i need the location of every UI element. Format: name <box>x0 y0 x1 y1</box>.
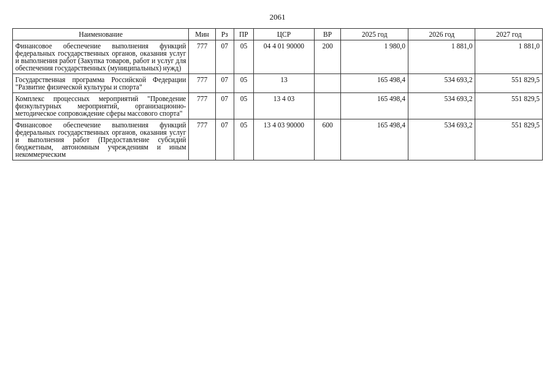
header-pr: ПР <box>234 29 253 40</box>
cell-name-3: Финансовое обеспечение выполнения функци… <box>13 119 189 160</box>
table-row: Финансовое обеспечение выполнения функци… <box>13 119 543 160</box>
table-row: Финансовое обеспечение выполнения функци… <box>13 40 543 74</box>
cell-csr-1: 13 <box>254 74 315 93</box>
cell-csr-0: 04 4 01 90000 <box>254 40 315 74</box>
cell-y2026-2: 534 693,2 <box>408 93 475 119</box>
cell-y2027-3: 551 829,5 <box>475 119 543 160</box>
cell-y2027-0: 1 881,0 <box>475 40 543 74</box>
cell-name-0: Финансовое обеспечение выполнения функци… <box>13 40 189 74</box>
header-min: Мин <box>189 29 215 40</box>
header-2026: 2026 год <box>408 29 475 40</box>
cell-vr-1 <box>314 74 341 93</box>
cell-y2025-1: 165 498,4 <box>341 74 408 93</box>
header-csr: ЦСР <box>254 29 315 40</box>
cell-vr-0: 200 <box>314 40 341 74</box>
cell-name-1: Государственная программа Российской Фед… <box>13 74 189 93</box>
cell-y2025-2: 165 498,4 <box>341 93 408 119</box>
table-row: Государственная программа Российской Фед… <box>13 74 543 93</box>
cell-y2025-3: 165 498,4 <box>341 119 408 160</box>
cell-min-1: 777 <box>189 74 215 93</box>
cell-vr-3: 600 <box>314 119 341 160</box>
cell-min-0: 777 <box>189 40 215 74</box>
header-2027: 2027 год <box>475 29 543 40</box>
header-vr: ВР <box>314 29 341 40</box>
header-rz: Рз <box>215 29 234 40</box>
cell-y2026-1: 534 693,2 <box>408 74 475 93</box>
table-row: Комплекс процессных мероприятий "Проведе… <box>13 93 543 119</box>
header-2025: 2025 год <box>341 29 408 40</box>
cell-pr-3: 05 <box>234 119 253 160</box>
cell-min-3: 777 <box>189 119 215 160</box>
cell-y2025-0: 1 980,0 <box>341 40 408 74</box>
cell-rz-1: 07 <box>215 74 234 93</box>
cell-y2027-2: 551 829,5 <box>475 93 543 119</box>
cell-rz-3: 07 <box>215 119 234 160</box>
page-number: 2061 <box>12 12 543 22</box>
cell-csr-3: 13 4 03 90000 <box>254 119 315 160</box>
budget-table: Наименование Мин Рз ПР ЦСР ВР 2025 год 2… <box>12 28 543 160</box>
cell-vr-2 <box>314 93 341 119</box>
cell-rz-2: 07 <box>215 93 234 119</box>
cell-csr-2: 13 4 03 <box>254 93 315 119</box>
cell-min-2: 777 <box>189 93 215 119</box>
cell-y2026-0: 1 881,0 <box>408 40 475 74</box>
cell-y2026-3: 534 693,2 <box>408 119 475 160</box>
cell-pr-1: 05 <box>234 74 253 93</box>
cell-rz-0: 07 <box>215 40 234 74</box>
cell-y2027-1: 551 829,5 <box>475 74 543 93</box>
cell-pr-2: 05 <box>234 93 253 119</box>
header-name: Наименование <box>13 29 189 40</box>
cell-name-2: Комплекс процессных мероприятий "Проведе… <box>13 93 189 119</box>
cell-pr-0: 05 <box>234 40 253 74</box>
